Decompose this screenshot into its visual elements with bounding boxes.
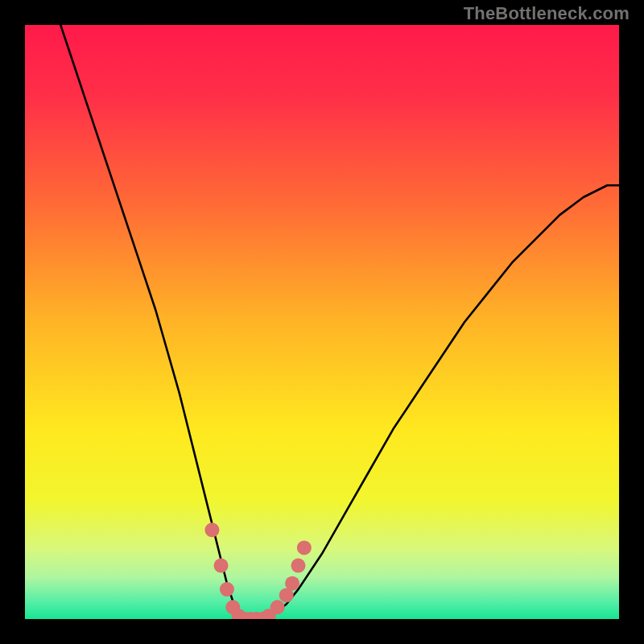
highlight-dot (291, 559, 305, 573)
chart-background (25, 25, 619, 619)
chart-svg (25, 25, 619, 619)
highlight-dot (220, 582, 234, 597)
highlight-dot (204, 522, 219, 537)
bottleneck-chart (25, 25, 619, 619)
highlight-dot (297, 540, 312, 555)
highlight-dot (285, 576, 299, 591)
highlight-dot (270, 600, 285, 614)
attribution-text: TheBottleneck.com (464, 3, 630, 24)
highlight-dot (214, 559, 229, 573)
